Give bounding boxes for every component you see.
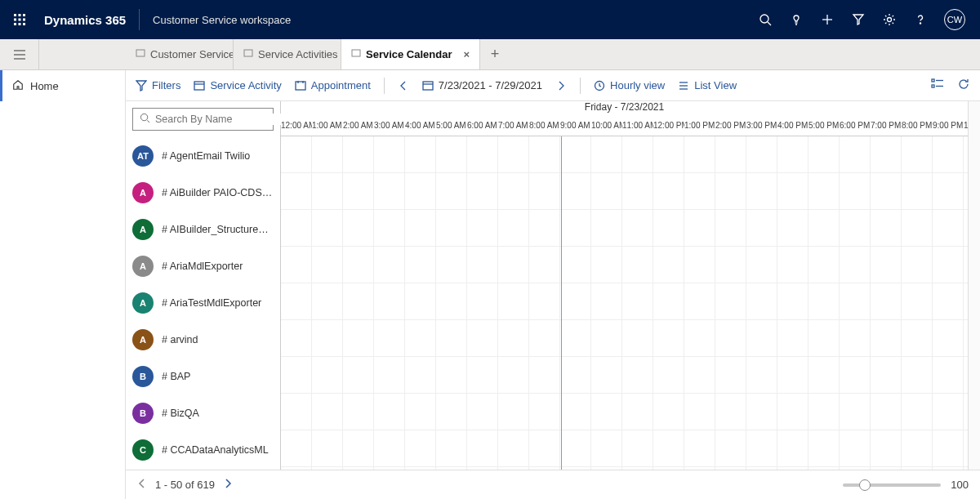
resource-avatar: B bbox=[132, 366, 154, 387]
timeline-row[interactable] bbox=[281, 136, 968, 173]
svg-rect-25 bbox=[296, 82, 305, 90]
list-view-button[interactable]: List View bbox=[678, 79, 737, 91]
plus-icon[interactable] bbox=[812, 0, 843, 39]
svg-rect-34 bbox=[932, 79, 934, 82]
resource-row[interactable]: CB# CCI Bots bbox=[126, 468, 280, 470]
date-range-picker[interactable]: 7/23/2021 - 7/29/2021 bbox=[422, 79, 542, 91]
resource-row[interactable]: C# CCADataAnalyticsML bbox=[126, 431, 280, 468]
hour-header: 2:00 PM bbox=[715, 117, 746, 136]
svg-line-39 bbox=[147, 120, 149, 123]
prev-page-button[interactable] bbox=[137, 479, 147, 491]
resource-avatar: A bbox=[132, 256, 154, 277]
svg-point-16 bbox=[920, 23, 920, 24]
tab-label: Service Activities M... bbox=[258, 48, 341, 60]
current-time-line bbox=[561, 136, 562, 470]
resource-row[interactable]: B# BizQA bbox=[126, 394, 280, 431]
svg-rect-2 bbox=[23, 14, 25, 16]
hour-header: 4:00 AM bbox=[405, 117, 436, 136]
svg-rect-0 bbox=[14, 14, 16, 16]
workspace-name: Customer Service workspace bbox=[141, 14, 302, 26]
svg-point-38 bbox=[140, 114, 147, 120]
resource-name: # AriaMdlExporter bbox=[162, 261, 243, 272]
tab[interactable]: Service Activities M... bbox=[234, 39, 341, 69]
hour-header: 8:00 AM bbox=[529, 117, 560, 136]
tab-label: Service Calendar bbox=[366, 48, 452, 60]
legend-icon[interactable] bbox=[931, 78, 944, 93]
new-tab-button[interactable]: + bbox=[480, 39, 510, 69]
resource-name: # AgentEmail Twilio bbox=[162, 150, 250, 162]
prev-date-button[interactable] bbox=[398, 80, 409, 91]
hour-header: 9:00 AM bbox=[560, 117, 591, 136]
resource-name: # BAP bbox=[162, 371, 190, 382]
tab-label: Customer Service A... bbox=[150, 48, 234, 60]
service-activity-button[interactable]: Service Activity bbox=[194, 79, 281, 91]
zoom-slider[interactable] bbox=[843, 483, 941, 487]
resource-name: # arvind bbox=[162, 334, 198, 345]
zoom-label: 100 bbox=[951, 479, 969, 491]
hour-header: 4:00 PM bbox=[777, 117, 808, 136]
resource-row[interactable]: A# AIBuilder_StructuredML_PreProd bbox=[126, 211, 280, 247]
home-nav-item[interactable]: Home bbox=[0, 70, 125, 101]
resource-row[interactable]: A# AiBuilder PAIO-CDS Tip NonProd bbox=[126, 174, 280, 211]
hour-header: 11:00 AM bbox=[622, 117, 653, 136]
gear-icon[interactable] bbox=[874, 0, 905, 39]
hour-header: 8:00 PM bbox=[902, 117, 933, 136]
vertical-scrollbar[interactable] bbox=[968, 101, 980, 470]
timeline-row[interactable] bbox=[281, 247, 968, 283]
timeline-row[interactable] bbox=[281, 357, 968, 394]
svg-rect-8 bbox=[23, 23, 25, 25]
resource-row[interactable]: A# AriaTestMdlExporter bbox=[126, 284, 280, 321]
home-icon bbox=[12, 79, 24, 93]
svg-point-15 bbox=[888, 18, 892, 22]
tab-icon bbox=[351, 48, 361, 60]
tab-icon bbox=[136, 48, 145, 60]
refresh-icon[interactable] bbox=[957, 78, 970, 93]
timeline-row[interactable] bbox=[281, 430, 968, 467]
timeline-row[interactable] bbox=[281, 283, 968, 320]
resource-row[interactable]: AT# AgentEmail Twilio bbox=[126, 137, 280, 174]
filter-funnel-icon[interactable] bbox=[843, 0, 874, 39]
timeline-row[interactable] bbox=[281, 320, 968, 357]
search-icon[interactable] bbox=[750, 0, 781, 39]
filters-button[interactable]: Filters bbox=[136, 79, 180, 91]
divider bbox=[139, 9, 140, 30]
separator bbox=[384, 78, 385, 94]
tab[interactable]: Service Calendar× bbox=[341, 39, 480, 69]
next-page-button[interactable] bbox=[223, 479, 233, 491]
lightbulb-icon[interactable] bbox=[781, 0, 812, 39]
pagination-range: 1 - 50 of 619 bbox=[155, 479, 215, 491]
help-icon[interactable] bbox=[905, 0, 936, 39]
svg-rect-7 bbox=[19, 23, 21, 25]
timeline-row[interactable] bbox=[281, 210, 968, 247]
tab-close-icon[interactable]: × bbox=[457, 48, 470, 60]
svg-rect-5 bbox=[23, 19, 25, 21]
appointment-button[interactable]: Appointment bbox=[295, 79, 371, 91]
svg-rect-22 bbox=[352, 50, 360, 56]
tab[interactable]: Customer Service A... bbox=[126, 39, 234, 69]
hourly-view-button[interactable]: Hourly view bbox=[594, 79, 665, 91]
resource-name: # AIBuilder_StructuredML_PreProd bbox=[162, 224, 274, 235]
search-input[interactable] bbox=[155, 114, 283, 125]
hour-header: 7:00 AM bbox=[498, 117, 529, 136]
search-icon bbox=[140, 112, 150, 127]
hour-header: 6:00 PM bbox=[840, 117, 871, 136]
search-input-wrapper[interactable] bbox=[132, 108, 274, 131]
app-launcher[interactable] bbox=[7, 7, 33, 33]
hamburger-menu[interactable] bbox=[0, 39, 39, 69]
resource-row[interactable]: A# arvind bbox=[126, 321, 280, 358]
timeline-row[interactable] bbox=[281, 173, 968, 210]
timeline-row[interactable] bbox=[281, 467, 968, 470]
svg-rect-21 bbox=[244, 50, 252, 56]
hour-header: 5:00 PM bbox=[808, 117, 840, 136]
resource-name: # AiBuilder PAIO-CDS Tip NonProd bbox=[162, 187, 274, 198]
svg-rect-20 bbox=[136, 50, 145, 56]
hour-header: 12:00 AM bbox=[281, 117, 312, 136]
user-avatar[interactable]: CW bbox=[944, 9, 965, 30]
resource-row[interactable]: A# AriaMdlExporter bbox=[126, 247, 280, 284]
next-date-button[interactable] bbox=[555, 80, 567, 91]
timeline-row[interactable] bbox=[281, 394, 968, 430]
hour-header: 1:00 AM bbox=[312, 117, 343, 136]
resource-row[interactable]: B# BAP bbox=[126, 358, 280, 394]
hour-header: 3:00 PM bbox=[746, 117, 777, 136]
svg-rect-28 bbox=[423, 82, 433, 90]
